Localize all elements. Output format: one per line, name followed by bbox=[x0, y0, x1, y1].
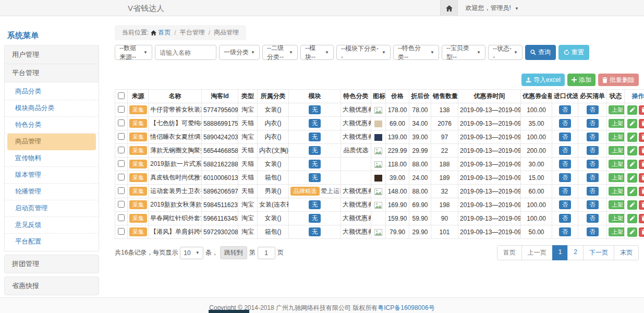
sidebar-subitem-宣传物料[interactable]: 宣传物料 bbox=[5, 150, 99, 167]
module-none-badge[interactable]: 无 bbox=[309, 105, 321, 114]
edit-button[interactable] bbox=[627, 146, 637, 155]
breadcrumb-item-platform[interactable]: 平台管理 bbox=[180, 28, 205, 37]
row-checkbox[interactable] bbox=[118, 187, 125, 194]
jump-button[interactable]: 跳转到 bbox=[220, 246, 247, 259]
module-none-badge[interactable]: 无 bbox=[309, 160, 321, 168]
name-search-input[interactable] bbox=[155, 45, 216, 60]
row-checkbox[interactable] bbox=[118, 160, 125, 167]
status-button[interactable]: 上架 bbox=[609, 133, 625, 141]
breadcrumb-item-goods[interactable]: 商品管理 bbox=[214, 28, 239, 37]
delete-button[interactable] bbox=[639, 105, 644, 115]
sidebar-subitem-版本管理[interactable]: 版本管理 bbox=[5, 167, 99, 184]
edit-button[interactable] bbox=[627, 133, 637, 142]
edit-button[interactable] bbox=[627, 200, 637, 210]
module-none-badge[interactable]: 无 bbox=[309, 214, 321, 223]
must-buy-toggle-button[interactable]: 否 bbox=[587, 173, 599, 182]
must-buy-toggle-button[interactable]: 否 bbox=[587, 160, 599, 168]
select-all-checkbox[interactable] bbox=[118, 92, 125, 99]
search-button[interactable]: 查询 bbox=[525, 45, 556, 60]
sidebar-group-拼团管理[interactable]: 拼团管理 bbox=[4, 255, 99, 273]
filter-select-feature[interactable]: --特色分类--▼ bbox=[393, 45, 439, 60]
row-checkbox[interactable] bbox=[118, 174, 125, 180]
imported-toggle-button[interactable]: 否 bbox=[559, 173, 571, 182]
row-checkbox[interactable] bbox=[118, 119, 125, 126]
module-none-badge[interactable]: 无 bbox=[309, 133, 321, 141]
row-checkbox[interactable] bbox=[118, 133, 125, 140]
imported-toggle-button[interactable]: 否 bbox=[559, 200, 571, 209]
page-button-首页[interactable]: 首页 bbox=[497, 245, 522, 260]
must-buy-toggle-button[interactable]: 否 bbox=[587, 214, 599, 223]
imported-toggle-button[interactable]: 否 bbox=[559, 133, 571, 141]
delete-button[interactable] bbox=[639, 227, 644, 237]
sidebar-group-省惠快报[interactable]: 省惠快报 bbox=[4, 276, 99, 295]
jump-page-input[interactable] bbox=[258, 247, 275, 259]
row-checkbox[interactable] bbox=[118, 228, 125, 235]
status-button[interactable]: 上架 bbox=[609, 105, 625, 114]
delete-button[interactable] bbox=[639, 119, 644, 128]
imported-toggle-button[interactable]: 否 bbox=[559, 160, 571, 168]
filter-select-cat1[interactable]: 一级分类▼ bbox=[219, 45, 260, 60]
add-button[interactable]: 添加 bbox=[567, 74, 596, 86]
edit-button[interactable] bbox=[627, 214, 637, 223]
imported-toggle-button[interactable]: 否 bbox=[559, 214, 571, 223]
page-button-下一页[interactable]: 下一页 bbox=[583, 245, 614, 260]
must-buy-toggle-button[interactable]: 否 bbox=[587, 146, 599, 155]
edit-button[interactable] bbox=[627, 105, 637, 115]
bottom-scrollbar-thumb[interactable] bbox=[209, 310, 249, 313]
status-button[interactable]: 上架 bbox=[609, 227, 625, 236]
home-button[interactable] bbox=[440, 0, 458, 16]
imported-toggle-button[interactable]: 否 bbox=[559, 119, 571, 128]
must-buy-toggle-button[interactable]: 否 bbox=[587, 119, 599, 128]
edit-button[interactable] bbox=[627, 173, 637, 183]
filter-select-status[interactable]: --状态--▼ bbox=[488, 45, 523, 60]
delete-button[interactable] bbox=[639, 160, 644, 169]
imported-toggle-button[interactable]: 否 bbox=[559, 146, 571, 155]
sidebar-subitem-平台配置[interactable]: 平台配置 bbox=[5, 234, 99, 250]
imported-toggle-button[interactable]: 否 bbox=[559, 105, 571, 114]
module-none-badge[interactable]: 无 bbox=[309, 200, 321, 209]
sidebar-group-用户管理[interactable]: 用户管理 bbox=[4, 45, 99, 64]
sidebar-subitem-商品管理[interactable]: 商品管理 bbox=[7, 134, 96, 150]
must-buy-toggle-button[interactable]: 否 bbox=[587, 105, 599, 114]
filter-select-module[interactable]: --模块--▼ bbox=[300, 45, 334, 60]
delete-button[interactable] bbox=[639, 146, 644, 155]
filter-select-item-type[interactable]: --宝贝类型--▼ bbox=[442, 45, 485, 60]
must-buy-toggle-button[interactable]: 否 bbox=[587, 133, 599, 141]
edit-button[interactable] bbox=[627, 119, 637, 128]
import-excel-button[interactable]: 导入excel bbox=[521, 74, 565, 86]
page-button-1[interactable]: 1 bbox=[552, 245, 568, 260]
status-button[interactable]: 上架 bbox=[609, 146, 625, 155]
status-button[interactable]: 上架 bbox=[609, 119, 625, 128]
page-button-2[interactable]: 2 bbox=[567, 245, 584, 260]
delete-button[interactable] bbox=[639, 214, 644, 223]
imported-toggle-button[interactable]: 否 bbox=[559, 187, 571, 196]
sidebar-subitem-启动页管理[interactable]: 启动页管理 bbox=[5, 200, 99, 217]
welcome-user-menu[interactable]: 欢迎您，管理员! ▼ bbox=[465, 4, 519, 13]
status-button[interactable]: 上架 bbox=[609, 200, 625, 209]
sidebar-subitem-轮播管理[interactable]: 轮播管理 bbox=[5, 184, 99, 200]
row-checkbox[interactable] bbox=[118, 214, 125, 221]
filter-select-source[interactable]: --数据来源--▼ bbox=[115, 45, 152, 60]
row-checkbox[interactable] bbox=[118, 201, 125, 208]
edit-button[interactable] bbox=[627, 187, 637, 196]
row-checkbox[interactable] bbox=[118, 147, 125, 153]
must-buy-toggle-button[interactable]: 否 bbox=[587, 200, 599, 209]
must-buy-toggle-button[interactable]: 否 bbox=[587, 187, 599, 196]
module-none-badge[interactable]: 无 bbox=[309, 173, 321, 182]
module-none-badge[interactable]: 无 bbox=[309, 119, 321, 128]
imported-toggle-button[interactable]: 否 bbox=[559, 227, 571, 236]
delete-button[interactable] bbox=[639, 133, 644, 142]
delete-button[interactable] bbox=[639, 200, 644, 210]
page-button-上一页[interactable]: 上一页 bbox=[521, 245, 553, 260]
module-none-badge[interactable]: 无 bbox=[309, 146, 321, 155]
delete-button[interactable] bbox=[639, 173, 644, 183]
module-none-badge[interactable]: 无 bbox=[309, 227, 321, 236]
must-buy-toggle-button[interactable]: 否 bbox=[587, 227, 599, 236]
page-button-末页[interactable]: 末页 bbox=[614, 245, 639, 260]
sidebar-subitem-模块商品分类[interactable]: 模块商品分类 bbox=[5, 100, 99, 117]
status-button[interactable]: 上架 bbox=[609, 160, 625, 168]
delete-button[interactable] bbox=[639, 187, 644, 196]
reset-button[interactable]: 重置 bbox=[558, 45, 589, 60]
sidebar-group-平台管理[interactable]: 平台管理 bbox=[4, 64, 99, 82]
filter-select-module-sub[interactable]: --模块下分类--▼ bbox=[336, 45, 391, 60]
